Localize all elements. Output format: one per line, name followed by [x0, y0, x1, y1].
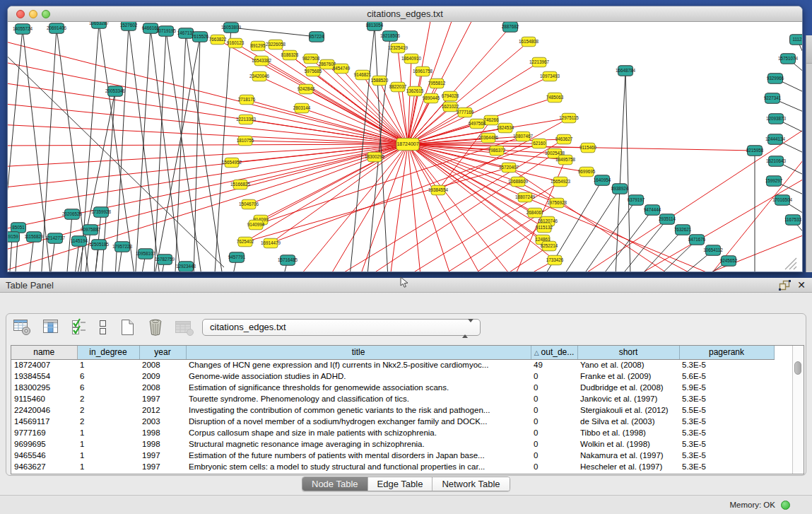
graph-node-yellow[interactable]: 2684067: [526, 208, 544, 218]
citation-edge-black[interactable]: [134, 28, 151, 272]
graph-node-teal[interactable]: 9457791: [228, 252, 246, 263]
citation-edge-red[interactable]: [408, 27, 510, 144]
graph-node-teal[interactable]: 12093873: [766, 114, 787, 124]
graph-node-yellow[interactable]: 9115460: [579, 143, 597, 153]
network-window-titlebar[interactable]: citations_edges.txt: [8, 6, 802, 22]
citation-edge-red[interactable]: [8, 61, 408, 144]
graph-node-teal[interactable]: 12444134: [765, 134, 786, 145]
citation-edge-red[interactable]: [8, 144, 408, 272]
citation-edge-red[interactable]: [408, 144, 497, 272]
graph-node-yellow[interactable]: 15720407: [499, 163, 519, 173]
citation-edge-red[interactable]: [8, 144, 408, 167]
graph-node-teal[interactable]: 1167533: [784, 215, 802, 226]
graph-node-yellow[interactable]: 15654952: [222, 158, 242, 168]
graph-node-teal[interactable]: 12923448: [176, 262, 196, 272]
graph-node-yellow[interactable]: 9463627: [555, 134, 573, 144]
graph-node-teal[interactable]: 16053809: [221, 23, 242, 33]
graph-node-yellow[interactable]: 23226058: [266, 40, 286, 49]
network-view-window[interactable]: citations_edges.txt 18724007232260581654…: [7, 6, 803, 272]
citation-edge-red[interactable]: [432, 221, 548, 272]
graph-node-yellow[interactable]: 18807249: [515, 192, 536, 202]
citation-edge-red[interactable]: [245, 141, 408, 144]
graph-node-yellow[interactable]: 7955812: [428, 78, 446, 88]
graph-node-teal[interactable]: 8471676: [688, 235, 706, 245]
citation-edge-black[interactable]: [129, 25, 163, 272]
graph-node-yellow[interactable]: 10807467: [513, 132, 534, 141]
graph-node-yellow[interactable]: 15166825: [230, 180, 251, 189]
table-vertical-scrollbar[interactable]: [792, 346, 804, 474]
graph-node-teal[interactable]: 1599297: [765, 176, 783, 187]
graph-node-teal[interactable]: 20053346: [105, 86, 126, 97]
graph-node-teal[interactable]: 17359928: [91, 207, 112, 218]
graph-node-teal[interactable]: 19218506: [380, 31, 401, 42]
graph-node-teal[interactable]: 2887682: [502, 22, 519, 32]
graph-node-teal[interactable]: 9227341: [764, 93, 782, 104]
graph-node-teal[interactable]: 1640954: [594, 175, 611, 186]
graph-node-yellow[interactable]: 9146821: [354, 70, 372, 80]
graph-node-teal[interactable]: 10653287: [89, 22, 110, 28]
column-header-title[interactable]: title: [186, 346, 531, 359]
graph-node-teal[interactable]: 14055724: [13, 24, 33, 35]
table-column-icon[interactable]: [42, 318, 61, 337]
graph-node-yellow[interactable]: 9160123: [227, 38, 245, 48]
graph-node-teal[interactable]: 10719195: [156, 26, 177, 37]
table-row[interactable]: 969969511998Structural magnetic resonanc…: [11, 438, 774, 450]
float-panel-icon[interactable]: [779, 280, 791, 291]
graph-node-yellow[interactable]: 10688609: [508, 177, 529, 187]
table-settings-icon[interactable]: [13, 318, 33, 337]
background-window-edge[interactable]: [806, 35, 812, 272]
citation-edge-black[interactable]: [231, 28, 317, 37]
table-row[interactable]: 1938455462009Genome-wide association stu…: [11, 370, 774, 382]
graph-node-yellow[interactable]: 9242848: [298, 84, 315, 94]
graph-node-yellow[interactable]: 8186328: [281, 50, 299, 60]
table-row[interactable]: 946554611997Estimation of the future num…: [11, 450, 774, 461]
memory-status-indicator-icon[interactable]: [781, 501, 790, 510]
graph-node-teal[interactable]: 17016504: [772, 195, 793, 206]
graph-node-yellow[interactable]: 9140994: [247, 220, 265, 230]
new-column-icon[interactable]: [119, 318, 137, 337]
graph-node-yellow[interactable]: 9827508: [302, 54, 320, 64]
column-header-in-degree[interactable]: in_degree: [77, 346, 139, 359]
graph-node-yellow[interactable]: 1733426: [546, 255, 564, 265]
graph-node-teal[interactable]: 1112: [790, 35, 803, 45]
graph-node-yellow[interactable]: 7986372: [488, 146, 506, 156]
citation-edge-black[interactable]: [151, 28, 184, 272]
graph-node-yellow[interactable]: 8454749: [333, 64, 351, 74]
tab-network-table[interactable]: Network Table: [432, 477, 509, 491]
delete-column-icon[interactable]: [146, 318, 165, 337]
graph-node-teal[interactable]: 6379197: [628, 195, 645, 206]
graph-node-teal[interactable]: 7632621: [674, 225, 692, 235]
graph-node-teal[interactable]: 8938924: [611, 184, 629, 194]
network-graph[interactable]: 1872400723226058165433822342004681863289…: [8, 22, 802, 272]
graph-node-yellow[interactable]: 20364486: [478, 133, 499, 143]
table-row[interactable]: 2242004622012Investigating the contribut…: [11, 404, 774, 416]
graph-node-teal[interactable]: 857224: [309, 32, 324, 42]
graph-node-yellow[interactable]: 2718176: [238, 95, 256, 105]
hub-node[interactable]: 18724007: [396, 139, 419, 151]
graph-node-teal[interactable]: 90975887: [81, 225, 101, 235]
citation-edge-red[interactable]: [474, 260, 555, 272]
column-header-short[interactable]: short: [577, 346, 679, 359]
table-row[interactable]: 1872400712008Changes of HCN gene express…: [11, 359, 774, 370]
graph-node-teal[interactable]: 12142737: [45, 233, 66, 244]
table-row[interactable]: 946362711997Embryonic stem cells: a mode…: [11, 461, 774, 472]
graph-node-yellow[interactable]: 19756928: [547, 198, 567, 208]
tab-node-table[interactable]: Node Table: [302, 477, 367, 491]
citation-edge-black[interactable]: [213, 28, 231, 272]
graph-node-yellow[interactable]: 18300295: [365, 152, 385, 162]
graph-node-yellow[interactable]: 9115132: [536, 223, 553, 233]
tab-edge-table[interactable]: Edge Table: [367, 477, 433, 491]
graph-node-teal[interactable]: 1145194: [71, 236, 88, 247]
network-canvas[interactable]: 1872400723226058165433822342004681863289…: [8, 22, 802, 272]
citation-edge-red[interactable]: [276, 144, 408, 272]
graph-node-teal[interactable]: 17957223: [112, 242, 133, 252]
graph-node-teal[interactable]: 85051: [11, 223, 26, 233]
table-row[interactable]: 1830029562008Estimation of significance …: [11, 382, 774, 393]
column-header-pagerank[interactable]: pagerank: [679, 346, 774, 359]
graph-node-yellow[interactable]: 5975685: [305, 66, 322, 76]
citation-edge-red[interactable]: [408, 136, 523, 144]
graph-node-yellow[interactable]: 7663822: [209, 35, 227, 45]
column-header-out-de-[interactable]: △out_de...: [531, 346, 577, 359]
column-header-year[interactable]: year: [139, 346, 186, 359]
graph-node-teal[interactable]: 20691406: [47, 23, 67, 34]
